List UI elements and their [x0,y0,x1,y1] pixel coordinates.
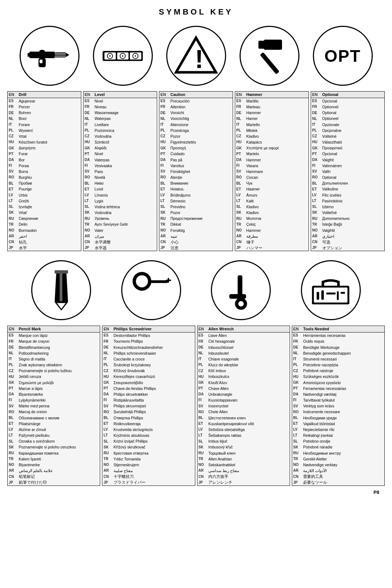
lang-code: SV [197,403,207,409]
table-row: PLPrzestroga [159,128,233,133]
table-row: GKΧτυπήστε με σφυρί [235,145,309,151]
table-row: LTPažymėti pieštuku [8,432,100,438]
table-row: PTFerramentas necessárias [292,386,384,391]
table-row: ETRistkruvikeeraja [102,421,195,427]
lang-code: ET [292,421,302,427]
table-row: DEBleistiftmarkierung [8,345,100,350]
lang-code: ET [102,421,113,427]
lang-code: CN [292,474,302,479]
lang-code: LV [8,192,18,198]
lang-code: ET [197,421,207,427]
lang-code: ES [311,98,321,104]
table-row: RUДополнительно [311,216,385,221]
lang-code: LV [197,427,207,432]
lang-code: HU [197,374,207,379]
lang-code: BL [292,415,302,421]
lang-code: PL [292,362,302,368]
lang-code: TR [102,456,113,462]
caution-svg: ! [174,34,218,78]
lang-value: Aynı Seviyeye Getir [94,221,157,227]
lang-value: Kreuzschlitzschraubendreher [113,345,195,350]
lang-value: Nivel [94,151,157,157]
table-row: SLPotrebno orodje [292,438,384,444]
lang-code: CZ [8,368,18,374]
lang-code: SV [159,169,170,174]
table-row: FRMarque de crayon [8,338,100,344]
lang-code: FR [8,338,18,344]
lang-code: NO [292,462,302,468]
lang-code: ET [8,186,18,192]
lang-value: Křížový šroubovák [113,368,195,374]
table-row: GKΑπαιτούμενα εργαλεία [292,380,384,386]
lang-value: Pozor [170,210,233,216]
table-row: HUVálasztható [311,139,385,145]
table-row: ARاختياري [311,233,385,239]
lang-value: Opcional [321,151,385,157]
lang-code: BL [83,180,94,186]
lang-value: Bleistiftmarkierung [18,345,100,350]
lang-code: RO [197,409,207,415]
lang-value: Необходимые инстру [302,450,384,456]
lang-value: Valikuline [321,186,385,192]
table-row: LTKalti [235,198,309,204]
lang-code: JP [8,479,18,486]
lang-code: TR [235,221,245,227]
table-row: CN水平调整 [83,239,157,245]
table-row: TRDikkat [159,221,233,227]
lang-code: NO [8,462,18,468]
table-row: BLОтвертка Phillips [102,415,195,421]
lang-value: Marque de crayon [18,338,100,344]
lang-value: Шестостепенен ключ [207,415,290,421]
table-row: NLPhillips schroevendraaier [102,350,195,356]
lang-code: GK [292,380,302,386]
table-row: CN需要的工具 [292,474,384,479]
lang-code: DA [292,391,302,397]
table-row: ETPliiatsimärge [8,421,100,427]
page-title: SYMBOL KEY [5,4,387,22]
table-row: CN铅笔标记 [8,474,100,479]
lang-value: Znak wykonany ołówkiem [18,362,100,368]
table-row: GKΑλφάδι [83,145,157,151]
lang-code: DE [102,345,113,350]
lang-code: NL [311,116,321,121]
lang-code: CN [8,474,18,479]
lang-value: Kriżni izvijač Phillips [113,438,195,444]
table-row: TRGerekli Aletler [292,456,384,462]
lang-value: Dikkat [170,221,233,227]
table-row: NOStjerneskrujern [102,462,195,468]
lang-value: Пробив [18,180,81,186]
table-row: NLInbussleutel [197,350,290,356]
table-row: ROBurghiu [8,174,81,180]
table-row: FRClé hexagonale [197,338,290,344]
lang-value: Valgfrit [321,157,385,163]
table-row: JP水平器 [83,245,157,251]
table-row: CN小心 [159,239,233,245]
lang-value: Чук [245,180,309,186]
table-row: RUНеобходимые инстру [292,450,384,456]
lang-code: SK [197,444,207,450]
level-header-val: Level [94,92,157,98]
lang-value: Segno di matita [18,356,100,362]
lang-code: RO [235,174,245,180]
lang-code: TR [292,456,302,462]
lang-value: Potrebné náradie [302,444,384,450]
lang-value: 注意 [170,245,233,251]
table-row: GKΣταυροκατσάβιδο [102,380,195,386]
lang-value: Optionnel [321,104,385,110]
lang-code: DA [311,157,321,163]
table-row: CZKřížový šroubovák [102,368,195,374]
lang-value: Klucz do wkrętów [207,362,290,368]
lang-code: CZ [83,133,94,139]
lang-code: SK [8,444,18,450]
svg-point-39 [238,301,244,306]
table-row: SKVoliteľné [311,210,385,216]
svg-point-18 [122,55,123,57]
lang-value: Previdno [170,204,233,210]
table-row: HUKalapács [235,139,309,145]
table-row: TRİsteğe Bağlı [311,221,385,227]
table-row: LVUrbis [8,192,81,198]
lang-value: Крестовая отвертка [113,450,195,456]
lang-value: Lygis [94,198,157,204]
lang-code: SV [8,403,18,409]
svg-rect-24 [258,41,266,49]
